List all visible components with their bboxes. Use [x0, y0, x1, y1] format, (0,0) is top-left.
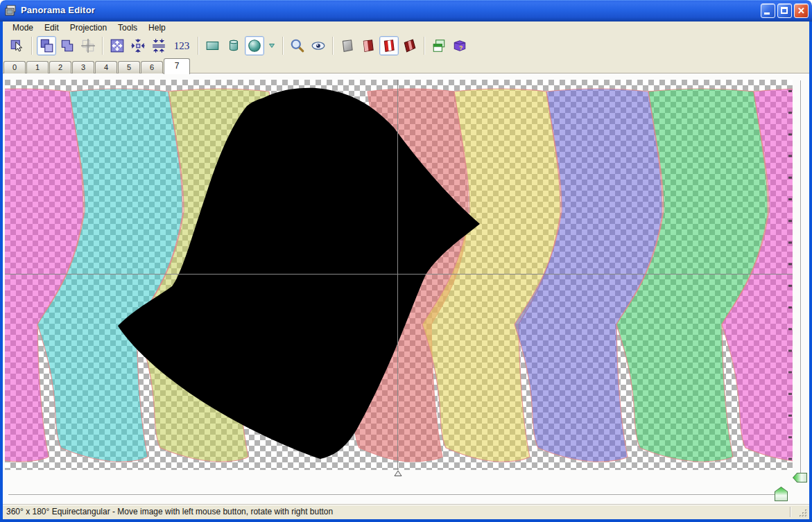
menu-tools[interactable]: Tools	[112, 22, 143, 33]
yaw-slider-track[interactable]	[8, 494, 786, 496]
svg-text:?: ?	[459, 44, 463, 51]
tilted-quad-icon	[402, 38, 417, 53]
toolbar-separator	[198, 37, 199, 55]
crop-mode-icon	[60, 38, 75, 53]
projection-cylindrical-button[interactable]	[224, 36, 243, 55]
title-bar[interactable]: Panorama Editor ✕	[0, 0, 812, 21]
status-bar: 360° x 180° Equirectangular - Move image…	[3, 504, 809, 519]
zoom-button[interactable]	[288, 36, 307, 55]
show-windows-button[interactable]	[429, 36, 449, 55]
display-mode-red-button[interactable]	[379, 36, 399, 55]
fit-view-icon	[110, 38, 125, 53]
pitch-thumb-face	[793, 473, 806, 482]
maximize-button[interactable]	[777, 3, 792, 18]
tab-3[interactable]: 3	[72, 61, 94, 73]
straighten-icon	[80, 38, 96, 53]
window-border-right	[809, 21, 812, 522]
toolbar-separator	[102, 37, 103, 55]
app-icon	[5, 5, 17, 17]
dark-red-quad-icon	[361, 38, 376, 53]
toolbar-separator	[31, 37, 33, 55]
projection-equirectangular-button[interactable]	[245, 36, 264, 55]
minimize-icon	[764, 12, 770, 15]
tab-4[interactable]: 4	[95, 61, 117, 73]
crop-mode-button[interactable]	[58, 36, 77, 55]
resize-grip[interactable]	[798, 508, 809, 519]
pitch-slider-track[interactable]	[800, 80, 802, 482]
help-book-icon: ?	[452, 38, 467, 53]
fit-view-button[interactable]	[107, 36, 127, 55]
straighten-button[interactable]	[78, 36, 98, 55]
center-view-icon	[130, 38, 146, 53]
toolbar-separator	[332, 37, 334, 55]
menu-projection[interactable]: Projection	[64, 22, 112, 33]
close-button[interactable]: ✕	[794, 3, 809, 18]
dropdown-triangle-icon	[268, 42, 276, 50]
yaw-slider-thumb[interactable]	[775, 487, 788, 501]
select-mode-button[interactable]	[8, 36, 27, 55]
window-border-bottom	[0, 519, 812, 522]
display-mode-gray-button[interactable]	[338, 36, 357, 55]
toolbar: 123	[3, 33, 809, 58]
window-border-left	[0, 21, 3, 522]
tab-7-active[interactable]: 7	[164, 58, 190, 74]
menu-bar: Mode Edit Projection Tools Help	[3, 21, 809, 33]
menu-mode[interactable]: Mode	[7, 22, 39, 33]
panorama-canvas[interactable]	[5, 80, 793, 470]
tab-1[interactable]: 1	[26, 61, 49, 73]
toolbar-separator	[424, 37, 425, 55]
show-all-button[interactable]	[309, 36, 328, 55]
red-quad-icon	[381, 38, 397, 53]
select-mode-icon	[10, 38, 25, 53]
projection-rectilinear-button[interactable]	[203, 36, 223, 55]
numeric-transform-icon: 123	[174, 40, 190, 52]
tab-strip: 0 1 2 3 4 5 6 7	[3, 58, 809, 73]
rectilinear-projection-icon	[205, 38, 221, 53]
tab-6[interactable]: 6	[141, 61, 163, 73]
tab-0[interactable]: 0	[3, 61, 26, 73]
magnifier-icon	[290, 38, 305, 53]
minimize-button[interactable]	[761, 3, 775, 18]
eye-icon	[311, 38, 326, 53]
help-button[interactable]: ?	[450, 36, 469, 55]
drag-mode-button[interactable]	[37, 36, 56, 55]
equirectangular-projection-icon	[247, 38, 262, 53]
toolbar-separator	[282, 37, 284, 55]
tab-5[interactable]: 5	[118, 61, 140, 73]
display-mode-dark-button[interactable]	[359, 36, 378, 55]
drag-mode-icon	[39, 38, 54, 53]
display-mode-tilted-button[interactable]	[400, 36, 420, 55]
cylindrical-projection-icon	[226, 38, 241, 53]
status-message: 360° x 180° Equirectangular - Move image…	[6, 507, 333, 516]
window-title: Panorama Editor	[21, 5, 95, 15]
gray-quad-icon	[340, 38, 355, 53]
fit-height-button[interactable]	[149, 36, 169, 55]
center-view-button[interactable]	[128, 36, 148, 55]
numeric-transform-button[interactable]: 123	[170, 36, 193, 55]
app-window: Panorama Editor ✕ Mode Edit Projection T…	[0, 0, 812, 522]
maximize-icon	[781, 7, 788, 14]
center-marker-triangle[interactable]	[393, 470, 403, 477]
projection-menu-button[interactable]	[266, 36, 278, 55]
yaw-thumb-face	[775, 487, 787, 501]
tab-2[interactable]: 2	[49, 61, 71, 73]
close-icon: ✕	[795, 5, 808, 17]
status-separator	[790, 507, 791, 517]
menu-help[interactable]: Help	[143, 22, 171, 33]
menu-edit[interactable]: Edit	[39, 22, 64, 33]
fit-height-icon	[151, 38, 166, 53]
panorama-viewport	[3, 73, 809, 504]
pitch-slider-thumb[interactable]	[793, 473, 807, 482]
windows-icon	[431, 38, 447, 53]
